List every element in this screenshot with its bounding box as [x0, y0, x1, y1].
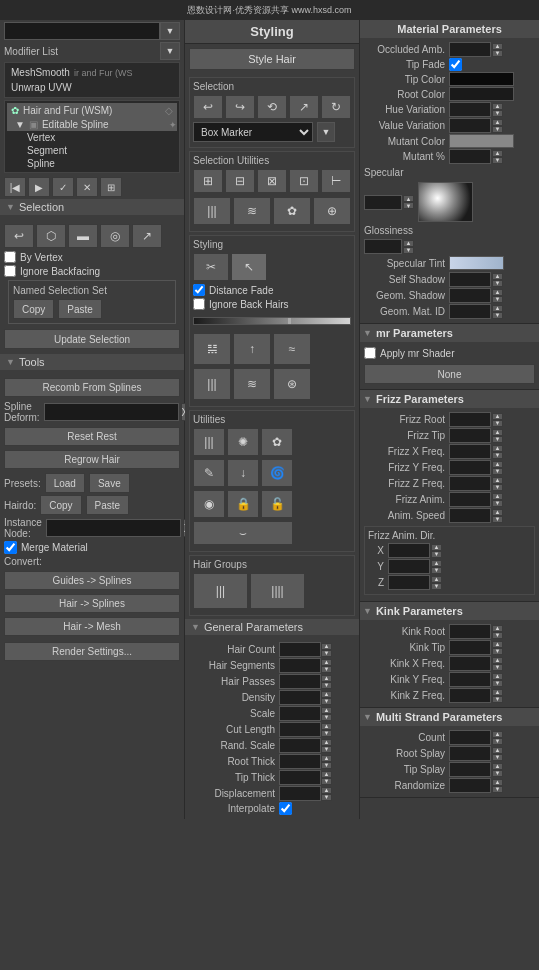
specular-input[interactable]: 30.0 [364, 195, 402, 210]
root-splay-input[interactable]: 13.291 [449, 746, 491, 761]
mutant-pct-input[interactable]: 10.0 [449, 149, 491, 164]
regrow-hair-button[interactable]: Regrow Hair [4, 450, 180, 469]
density-up[interactable]: ▲ [321, 691, 332, 698]
tree-spline[interactable]: Spline [7, 157, 177, 170]
kink-root-down[interactable]: ▼ [492, 632, 503, 639]
tip-splay-down[interactable]: ▼ [492, 770, 503, 777]
glossiness-down[interactable]: ▼ [403, 247, 414, 254]
sel-util-icon-5[interactable]: ⊢ [321, 169, 351, 193]
self-shadow-input[interactable]: 100.0 [449, 272, 491, 287]
geom-shadow-input[interactable]: 100.0 [449, 288, 491, 303]
modifier-item-meshsmooth[interactable]: MeshSmooth ir and Fur (WS [7, 65, 177, 80]
hairdo-copy-button[interactable]: Copy [40, 495, 81, 515]
hair-segments-down[interactable]: ▼ [321, 666, 332, 673]
distance-fade-checkbox[interactable] [193, 284, 205, 296]
apply-mr-shader-checkbox[interactable] [364, 347, 376, 359]
count-up[interactable]: ▲ [492, 731, 503, 738]
hair-passes-up[interactable]: ▲ [321, 675, 332, 682]
rand-scale-up[interactable]: ▲ [321, 739, 332, 746]
hair-vis-icon-4[interactable]: ⊕ [313, 197, 351, 225]
hair-vis-icon-1[interactable]: ||| [193, 197, 231, 225]
frizz-dir-x-up[interactable]: ▲ [431, 544, 442, 551]
frizz-dir-x-down[interactable]: ▼ [431, 551, 442, 558]
tip-thick-up[interactable]: ▲ [321, 771, 332, 778]
specular-up[interactable]: ▲ [403, 195, 414, 202]
frizz-yfreq-down[interactable]: ▼ [492, 468, 503, 475]
tree-hair-fur[interactable]: ✿ Hair and Fur (WSM) ◇ [7, 103, 177, 118]
hair-group-icon-2[interactable]: |||| [250, 573, 305, 609]
gradient-slider[interactable] [193, 317, 351, 325]
mid-sel-icon-5[interactable]: ↻ [321, 95, 351, 119]
geom-shadow-down[interactable]: ▼ [492, 296, 503, 303]
toolbar-btn-4[interactable]: ✕ [76, 177, 98, 197]
frizz-root-up[interactable]: ▲ [492, 413, 503, 420]
spline-deform-input[interactable]: None [44, 403, 179, 421]
kink-xfreq-up[interactable]: ▲ [492, 657, 503, 664]
kink-tip-up[interactable]: ▲ [492, 641, 503, 648]
brush-icon-6[interactable]: ⊛ [273, 368, 311, 400]
count-down[interactable]: ▼ [492, 738, 503, 745]
mutant-pct-up[interactable]: ▲ [492, 150, 503, 157]
sel-icon-rect[interactable]: ▬ [68, 224, 98, 248]
frizz-tip-up[interactable]: ▲ [492, 429, 503, 436]
frizz-tip-input[interactable]: 10.87 [449, 428, 491, 443]
kink-zfreq-input[interactable]: 2.3 [449, 688, 491, 703]
kink-tip-input[interactable]: 2.41 [449, 640, 491, 655]
recomb-from-splines-button[interactable]: Recomb From Splines [4, 378, 180, 397]
sel-util-icon-1[interactable]: ⊞ [193, 169, 223, 193]
util-icon-9[interactable]: 🔓 [261, 490, 293, 518]
util-icon-1[interactable]: ||| [193, 428, 225, 456]
kink-yfreq-input[interactable]: 11.592 [449, 672, 491, 687]
cut-length-down[interactable]: ▼ [321, 730, 332, 737]
frizz-root-input[interactable]: 9.0 [449, 412, 491, 427]
occluded-amb-up[interactable]: ▲ [492, 43, 503, 50]
density-down[interactable]: ▼ [321, 698, 332, 705]
randomize-up[interactable]: ▲ [492, 779, 503, 786]
mr-none-button[interactable]: None [364, 364, 535, 384]
root-splay-down[interactable]: ▼ [492, 754, 503, 761]
root-thick-input[interactable]: 1.9 [279, 754, 321, 769]
styling-icon-2[interactable]: ↖ [231, 253, 267, 281]
self-shadow-down[interactable]: ▼ [492, 280, 503, 287]
kink-tip-down[interactable]: ▼ [492, 648, 503, 655]
geom-shadow-up[interactable]: ▲ [492, 289, 503, 296]
kink-zfreq-down[interactable]: ▼ [492, 696, 503, 703]
frizz-xfreq-up[interactable]: ▲ [492, 445, 503, 452]
hair-to-mesh-button[interactable]: Hair -> Mesh [4, 617, 180, 636]
frizz-anim-up[interactable]: ▲ [492, 493, 503, 500]
marker-dropdown-btn[interactable]: ▼ [317, 122, 335, 142]
tip-thick-down[interactable]: ▼ [321, 778, 332, 785]
tree-editable-spline[interactable]: ▼ ▣ Editable Spline ✦ [7, 118, 177, 131]
hair-count-down[interactable]: ▼ [321, 650, 332, 657]
frizz-dir-z-down[interactable]: ▼ [431, 583, 442, 590]
tip-fade-checkbox[interactable] [449, 58, 462, 71]
hairdo-paste-button[interactable]: Paste [86, 495, 130, 515]
shape-input[interactable]: Shape039 [4, 22, 160, 40]
geom-mat-id-down[interactable]: ▼ [492, 312, 503, 319]
util-icon-3[interactable]: ✿ [261, 428, 293, 456]
load-button[interactable]: Load [45, 473, 85, 493]
frizz-yfreq-up[interactable]: ▲ [492, 461, 503, 468]
hair-passes-down[interactable]: ▼ [321, 682, 332, 689]
util-icon-4[interactable]: ✎ [193, 459, 225, 487]
shape-dropdown[interactable]: ▼ [160, 22, 180, 40]
kink-zfreq-up[interactable]: ▲ [492, 689, 503, 696]
brush-icon-3[interactable]: ≈ [273, 333, 311, 365]
render-settings-button[interactable]: Render Settings... [4, 642, 180, 661]
frizz-zfreq-input[interactable]: 0.0 [449, 476, 491, 491]
tree-segment[interactable]: Segment [7, 144, 177, 157]
mid-sel-icon-2[interactable]: ↪ [225, 95, 255, 119]
sel-util-icon-2[interactable]: ⊟ [225, 169, 255, 193]
displacement-input[interactable]: 0.0 [279, 786, 321, 801]
frizz-dir-z-up[interactable]: ▲ [431, 576, 442, 583]
anim-speed-up[interactable]: ▲ [492, 509, 503, 516]
geom-mat-id-up[interactable]: ▲ [492, 305, 503, 312]
hue-variation-input[interactable]: 0.0 [449, 102, 491, 117]
box-marker-select[interactable]: Box Marker [193, 122, 313, 142]
util-icon-7[interactable]: ◉ [193, 490, 225, 518]
hair-vis-icon-3[interactable]: ✿ [273, 197, 311, 225]
update-selection-button[interactable]: Update Selection [4, 329, 180, 349]
tip-splay-up[interactable]: ▲ [492, 763, 503, 770]
scale-up[interactable]: ▲ [321, 707, 332, 714]
frizz-dir-x-input[interactable]: 0.0 [388, 543, 430, 558]
